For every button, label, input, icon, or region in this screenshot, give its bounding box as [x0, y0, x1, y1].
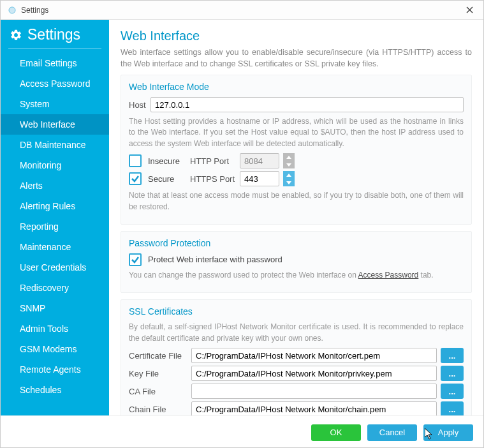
key-label: Key File: [129, 369, 187, 378]
sidebar-item-alerts[interactable]: Alerts: [1, 175, 109, 196]
https-port-down[interactable]: [283, 179, 295, 186]
sidebar-item-web-interface[interactable]: Web Interface: [1, 114, 109, 135]
svg-marker-5: [286, 174, 291, 177]
mode-note: Note that at least one access mode must …: [129, 190, 464, 213]
page-description: Web interface settings allow you to enab…: [121, 47, 472, 70]
cert-browse-button[interactable]: ...: [441, 348, 464, 363]
host-label: Host: [129, 100, 147, 110]
https-port-input[interactable]: [240, 171, 279, 186]
secure-checkbox[interactable]: [129, 172, 142, 185]
sidebar-item-schedules[interactable]: Schedules: [1, 380, 109, 400]
sidebar-item-rediscovery[interactable]: Rediscovery: [1, 278, 109, 298]
section-ssl-title: SSL Certificates: [129, 306, 464, 317]
window-title: Settings: [21, 6, 462, 15]
ca-label: CA File: [129, 387, 187, 396]
chain-label: Chain File: [129, 405, 187, 414]
password-help: You can change the password used to prot…: [129, 270, 464, 281]
secure-label: Secure: [148, 174, 181, 184]
http-port-down: [283, 161, 295, 168]
svg-point-0: [9, 7, 15, 13]
sidebar-divider: [8, 49, 101, 49]
access-password-link[interactable]: Access Password: [358, 271, 419, 280]
sidebar-item-maintenance[interactable]: Maintenance: [1, 237, 109, 257]
sidebar-item-user-credentials[interactable]: User Credentials: [1, 257, 109, 278]
password-help-prefix: You can change the password used to prot…: [129, 271, 358, 280]
ssl-help: By default, a self-signed IPHost Network…: [129, 322, 464, 344]
sidebar: Settings Email Settings Access Password …: [1, 20, 109, 415]
sidebar-item-monitoring[interactable]: Monitoring: [1, 155, 109, 175]
titlebar: Settings: [1, 1, 483, 20]
protect-label: Protect Web interface with password: [148, 255, 282, 264]
gear-icon: [10, 29, 22, 41]
section-mode-title: Web Interface Mode: [129, 82, 464, 92]
sidebar-item-email-settings[interactable]: Email Settings: [1, 53, 109, 73]
http-port-input: [240, 153, 279, 168]
page-title: Web Interface: [121, 29, 472, 43]
http-port-up: [283, 153, 295, 161]
key-input[interactable]: [191, 366, 437, 381]
sidebar-item-admin-tools[interactable]: Admin Tools: [1, 318, 109, 339]
sidebar-header: Settings: [1, 22, 109, 49]
apply-button[interactable]: Apply: [423, 424, 473, 441]
cert-label: Certificate File: [129, 351, 187, 361]
section-ssl: SSL Certificates By default, a self-sign…: [121, 299, 472, 415]
section-mode: Web Interface Mode Host The Host setting…: [121, 75, 472, 225]
sidebar-item-reporting[interactable]: Reporting: [1, 216, 109, 237]
ca-input[interactable]: [191, 384, 437, 399]
content-pane: Web Interface Web interface settings all…: [109, 20, 483, 415]
key-browse-button[interactable]: ...: [441, 366, 464, 381]
sidebar-item-system[interactable]: System: [1, 94, 109, 114]
insecure-checkbox[interactable]: [129, 154, 142, 167]
cert-input[interactable]: [191, 348, 437, 363]
ok-button[interactable]: OK: [311, 424, 361, 441]
http-port-label: HTTP Port: [190, 156, 236, 166]
cancel-button[interactable]: Cancel: [367, 424, 417, 441]
svg-marker-3: [286, 156, 291, 159]
host-input[interactable]: [150, 97, 464, 112]
protect-checkbox[interactable]: [129, 253, 142, 266]
chain-browse-button[interactable]: ...: [441, 401, 464, 415]
sidebar-item-snmp[interactable]: SNMP: [1, 298, 109, 318]
sidebar-item-access-password[interactable]: Access Password: [1, 73, 109, 94]
ca-browse-button[interactable]: ...: [441, 384, 464, 399]
sidebar-item-gsm-modems[interactable]: GSM Modems: [1, 339, 109, 359]
footer: OK Cancel Apply: [1, 415, 483, 448]
svg-marker-4: [286, 163, 291, 167]
sidebar-item-db-maintenance[interactable]: DB Maintenance: [1, 135, 109, 155]
section-password: Password Protection Protect Web interfac…: [121, 231, 472, 293]
password-help-suffix: tab.: [418, 271, 433, 280]
sidebar-title: Settings: [27, 26, 80, 43]
close-button[interactable]: [462, 3, 477, 18]
svg-marker-6: [286, 181, 291, 184]
section-password-title: Password Protection: [129, 238, 464, 248]
host-help: The Host setting provides a hostname or …: [129, 116, 464, 149]
sidebar-item-remote-agents[interactable]: Remote Agents: [1, 359, 109, 380]
insecure-label: Insecure: [148, 156, 181, 166]
sidebar-item-alerting-rules[interactable]: Alerting Rules: [1, 196, 109, 216]
https-port-up[interactable]: [283, 171, 295, 179]
https-port-label: HTTPS Port: [190, 174, 236, 184]
chain-input[interactable]: [191, 401, 437, 415]
app-icon: [7, 5, 17, 15]
